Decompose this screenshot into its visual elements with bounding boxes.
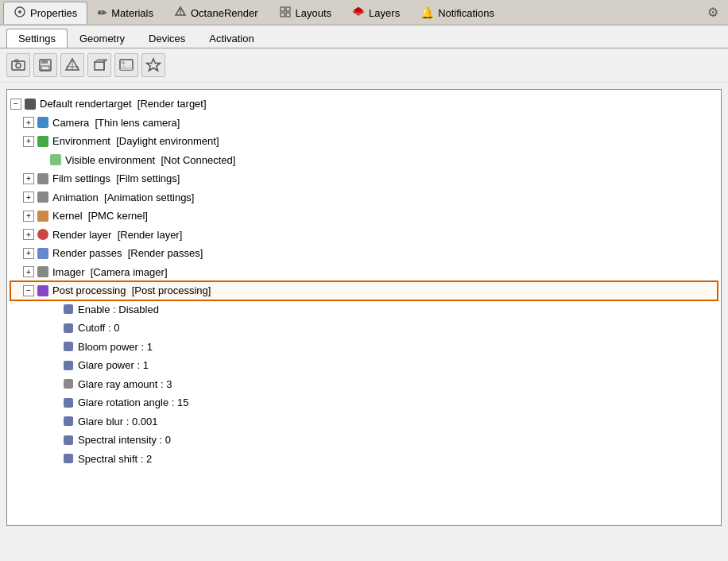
tree-item-kernel[interactable]: + Kernel [PMC kernel] xyxy=(10,207,718,226)
camera-tree-icon xyxy=(37,116,49,129)
tree-item-render-passes[interactable]: + Render passes [Render passes] xyxy=(10,244,718,263)
cutoff-icon xyxy=(62,322,75,335)
glare-rotation-icon xyxy=(62,397,75,409)
animation-toggle[interactable]: + xyxy=(23,192,34,203)
post-label: Post processing [Post processing] xyxy=(52,283,211,299)
tab-octanerender[interactable]: OctaneRender xyxy=(164,2,269,24)
post-tree-icon xyxy=(37,284,49,297)
toolbar-btn-save[interactable] xyxy=(33,53,57,77)
second-tab-bar: Settings Geometry Devices Activation xyxy=(0,25,728,48)
gear-button[interactable]: ⚙ xyxy=(701,2,725,23)
glare-blur-icon xyxy=(62,415,75,428)
tab-layouts[interactable]: Layouts xyxy=(269,2,343,24)
tree-item-post-processing[interactable]: − Post processing [Post processing] xyxy=(10,281,718,300)
tab-geometry[interactable]: Geometry xyxy=(68,29,137,48)
tab-activation[interactable]: Activation xyxy=(197,29,265,48)
toolbar-btn-mesh[interactable] xyxy=(60,53,84,77)
tree-item-glare-ray[interactable]: Glare ray amount : 3 xyxy=(10,375,718,394)
tab-properties[interactable]: Properties xyxy=(3,2,87,24)
root-toggle[interactable]: − xyxy=(10,99,21,110)
spectral-shift-icon xyxy=(62,452,75,465)
toolbar-btn-special[interactable] xyxy=(141,53,165,77)
environment-label: Environment [Daylight environment] xyxy=(52,133,219,149)
render-layer-toggle[interactable]: + xyxy=(23,229,34,240)
tab-devices[interactable]: Devices xyxy=(137,29,197,48)
tab-layers[interactable]: Layers xyxy=(342,2,410,24)
main-content: − Default rendertarget [Render target] +… xyxy=(0,83,728,556)
tree-item-film[interactable]: + Film settings [Film settings] xyxy=(10,169,718,188)
glare-rotation-label: Glare rotation angle : 15 xyxy=(78,395,188,411)
tree-item-root[interactable]: − Default rendertarget [Render target] xyxy=(10,95,718,114)
tree-item-spectral-shift[interactable]: Spectral shift : 2 xyxy=(10,450,718,469)
octanerender-icon xyxy=(174,6,187,21)
kernel-label: Kernel [PMC kernel] xyxy=(52,208,148,224)
tree-item-enable[interactable]: Enable : Disabled xyxy=(10,300,718,319)
tab-properties-label: Properties xyxy=(30,7,77,19)
svg-point-24 xyxy=(122,61,125,64)
tree-item-camera[interactable]: + Camera [Thin lens camera] xyxy=(10,114,718,133)
svg-rect-4 xyxy=(281,7,285,11)
properties-icon xyxy=(14,6,26,21)
layers-icon xyxy=(352,6,365,21)
imager-toggle[interactable]: + xyxy=(23,266,34,277)
tree-item-render-layer[interactable]: + Render layer [Render layer] xyxy=(10,226,718,245)
spectral-intensity-icon xyxy=(62,434,75,447)
film-toggle[interactable]: + xyxy=(23,173,34,184)
tree-item-glare-blur[interactable]: Glare blur : 0.001 xyxy=(10,412,718,431)
svg-marker-26 xyxy=(147,59,161,71)
tab-layers-label: Layers xyxy=(369,7,400,19)
film-tree-icon xyxy=(37,172,49,185)
tree-item-animation[interactable]: + Animation [Animation settings] xyxy=(10,188,718,207)
kernel-toggle[interactable]: + xyxy=(23,211,34,222)
tree-item-imager[interactable]: + Imager [Camera imager] xyxy=(10,263,718,282)
toolbar-btn-box[interactable] xyxy=(87,53,111,77)
svg-marker-25 xyxy=(120,65,133,70)
enable-icon xyxy=(62,303,75,315)
layouts-icon xyxy=(279,6,292,21)
toolbar-btn-image[interactable] xyxy=(114,53,138,77)
imager-tree-icon xyxy=(37,265,49,278)
tab-notifications[interactable]: 🔔 Notifications xyxy=(410,2,505,24)
tree-item-bloom[interactable]: Bloom power : 1 xyxy=(10,338,718,357)
svg-rect-5 xyxy=(286,7,290,11)
special-icon xyxy=(145,57,161,73)
tab-settings[interactable]: Settings xyxy=(6,29,68,48)
tab-devices-label: Devices xyxy=(149,33,185,44)
tab-activation-label: Activation xyxy=(209,33,254,44)
tab-materials[interactable]: ✏ Materials xyxy=(87,2,164,24)
render-passes-toggle[interactable]: + xyxy=(23,248,34,259)
glare-ray-label: Glare ray amount : 3 xyxy=(78,377,172,393)
box-icon xyxy=(91,57,107,73)
notifications-icon: 🔔 xyxy=(420,6,434,19)
tree-item-cutoff[interactable]: Cutoff : 0 xyxy=(10,319,718,338)
tab-settings-label: Settings xyxy=(18,33,56,44)
environment-tree-icon xyxy=(37,135,49,148)
bloom-icon xyxy=(62,340,75,353)
tab-geometry-label: Geometry xyxy=(79,33,125,44)
tree-item-glare-rotation[interactable]: Glare rotation angle : 15 xyxy=(10,393,718,412)
tree-item-environment[interactable]: + Environment [Daylight environment] xyxy=(10,132,718,151)
glare-ray-icon xyxy=(62,377,75,390)
camera-toggle[interactable]: + xyxy=(23,117,34,128)
tree-item-glare-power[interactable]: Glare power : 1 xyxy=(10,356,718,375)
toolbar-btn-camera[interactable] xyxy=(6,53,30,77)
imager-label: Imager [Camera imager] xyxy=(52,265,168,280)
svg-rect-6 xyxy=(281,13,285,17)
post-toggle[interactable]: − xyxy=(23,285,34,296)
animation-label: Animation [Animation settings] xyxy=(52,190,194,206)
tree-item-spectral-intensity[interactable]: Spectral intensity : 0 xyxy=(10,431,718,450)
spectral-intensity-label: Spectral intensity : 0 xyxy=(78,432,171,448)
svg-marker-20 xyxy=(95,60,107,62)
camera-label: Camera [Thin lens camera] xyxy=(52,115,180,131)
tree-item-visible-env[interactable]: Visible environment [Not Connected] xyxy=(10,151,718,170)
animation-tree-icon xyxy=(37,191,49,203)
image-icon xyxy=(118,57,134,73)
svg-rect-10 xyxy=(12,61,25,70)
environment-toggle[interactable]: + xyxy=(23,136,34,147)
svg-rect-7 xyxy=(286,13,290,17)
render-layer-label: Render layer [Render layer] xyxy=(52,227,182,243)
glare-power-icon xyxy=(62,359,75,372)
enable-label: Enable : Disabled xyxy=(78,302,159,318)
tab-layouts-label: Layouts xyxy=(296,7,332,19)
kernel-tree-icon xyxy=(37,210,49,222)
